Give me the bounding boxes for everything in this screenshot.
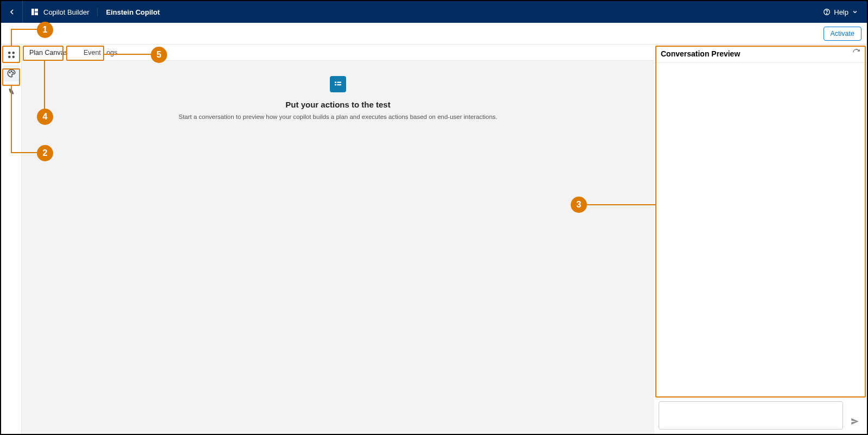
help-label: Help (834, 8, 848, 16)
back-button[interactable] (1, 1, 23, 23)
grid-icon (7, 50, 16, 60)
svg-point-11 (12, 72, 14, 73)
conversation-preview-panel: Conversation Preview (654, 45, 867, 434)
chat-input[interactable] (659, 401, 843, 430)
preview-title: Conversation Preview (661, 49, 740, 58)
svg-rect-2 (35, 12, 38, 15)
svg-point-6 (12, 52, 15, 54)
send-button[interactable] (847, 401, 863, 430)
svg-rect-12 (335, 82, 336, 83)
canvas-description: Start a conversation to preview how your… (178, 114, 497, 120)
app-icon (30, 8, 39, 16)
svg-point-10 (11, 71, 12, 72)
arrow-left-icon (8, 8, 16, 16)
activate-button[interactable]: Activate (824, 27, 861, 41)
canvas-area: Put your actions to the test Start a con… (22, 61, 654, 434)
svg-rect-0 (31, 9, 34, 15)
center-panel: Plan Canvas Event Logs Put your actions … (22, 45, 654, 434)
refresh-icon (852, 48, 860, 56)
chevron-down-icon (852, 9, 858, 15)
left-rail (1, 45, 22, 434)
preview-header: Conversation Preview (654, 45, 867, 63)
subheader: Activate (1, 23, 867, 45)
tab-plan-canvas[interactable]: Plan Canvas (22, 45, 76, 60)
palette-icon (7, 68, 16, 78)
rail-palette-button[interactable] (3, 65, 20, 81)
tab-event-logs[interactable]: Event Logs (76, 45, 126, 60)
svg-point-7 (8, 56, 11, 59)
svg-rect-14 (335, 84, 336, 85)
help-menu[interactable]: Help (814, 8, 867, 16)
svg-rect-1 (35, 9, 38, 11)
svg-point-5 (8, 52, 11, 54)
page-title: Einstein Copilot (98, 8, 169, 16)
canvas-title: Put your actions to the test (285, 100, 390, 109)
svg-rect-13 (337, 82, 342, 83)
app-header: Copilot Builder Einstein Copilot Help (1, 1, 867, 23)
plan-icon (330, 76, 346, 92)
send-icon (850, 417, 860, 426)
leaf-icon (7, 87, 16, 97)
preview-body (654, 63, 867, 396)
svg-point-4 (827, 13, 827, 14)
help-icon (823, 8, 831, 16)
rail-coffee-button[interactable] (3, 84, 20, 100)
main-area: Plan Canvas Event Logs Put your actions … (1, 45, 867, 434)
svg-rect-15 (337, 84, 342, 85)
rail-apps-button[interactable] (3, 47, 20, 63)
svg-point-9 (9, 72, 10, 73)
app-switcher[interactable]: Copilot Builder (23, 8, 98, 16)
preview-input-row (654, 396, 867, 434)
svg-point-8 (12, 56, 15, 59)
refresh-button[interactable] (852, 48, 860, 59)
app-name: Copilot Builder (43, 8, 90, 16)
tabs-bar: Plan Canvas Event Logs (22, 45, 654, 61)
